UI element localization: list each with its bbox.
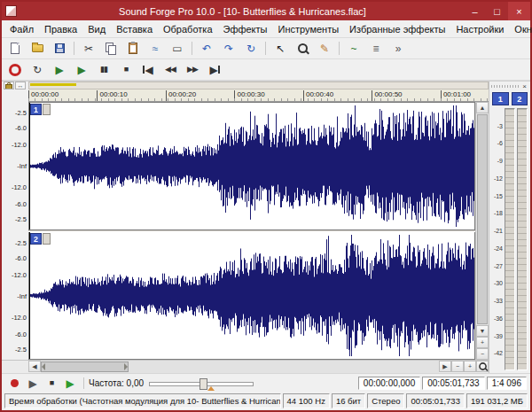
zoom-out-time-button[interactable]: − [451, 361, 464, 372]
repeat-button[interactable]: ↻ [240, 39, 262, 58]
mix-button[interactable]: ≈ [145, 39, 166, 58]
db-label: -12.0 [12, 314, 27, 322]
maximize-button[interactable]: □ [486, 2, 508, 20]
envelope-tool-button[interactable]: ~ [343, 39, 364, 58]
stop-button[interactable]: ■ [43, 376, 60, 391]
rewind-button[interactable]: ◀◀ [160, 60, 181, 80]
go-to-end-button[interactable]: ▶ [204, 60, 225, 80]
scroll-down-button[interactable]: ▼ [476, 325, 489, 337]
waveform-canvas-1[interactable] [29, 103, 474, 229]
time-ruler[interactable]: 00:00:0000:00:1000:00:2000:00:3000:00:40… [28, 89, 489, 102]
menu-item-tools[interactable]: Инструменты [273, 22, 345, 36]
open-button[interactable] [27, 39, 48, 58]
channel-minimize-button[interactable] [43, 233, 51, 245]
save-button[interactable] [49, 39, 70, 58]
record-button[interactable] [4, 60, 26, 80]
playback-cursor [29, 103, 30, 229]
menu-item-insert[interactable]: Вставка [111, 22, 158, 36]
level-ruler-1[interactable]: -2.5-6.0-12.0-Inf-12.0-6.0-2.5 [2, 102, 28, 229]
horizontal-scrollbar[interactable]: ◀ ▶ − + [2, 360, 489, 373]
scroll-link-button[interactable]: ↔ [15, 82, 26, 89]
edit-tool-button[interactable]: ↖ [270, 39, 291, 58]
scroll-left-button[interactable]: ◀ [28, 361, 41, 372]
horizontal-scroll-track[interactable] [41, 361, 439, 373]
bit-depth-display[interactable]: 16 бит [332, 393, 365, 408]
trim-icon: ▭ [172, 43, 182, 54]
pencil-tool-button[interactable]: ✎ [314, 39, 335, 58]
menu-item-options[interactable]: Настройки [450, 22, 509, 36]
auto-ripple-button[interactable]: » [387, 39, 409, 58]
play-button[interactable]: ▶ [71, 60, 92, 80]
free-space-display[interactable]: 191 031,2 МБ [466, 393, 528, 408]
channel-number-button[interactable]: 2 [30, 233, 42, 245]
channel-minimize-button[interactable] [43, 104, 51, 115]
menu-item-edit[interactable]: Правка [39, 22, 82, 36]
horizontal-scroll-thumb[interactable] [41, 361, 129, 372]
meter-channel-2-button[interactable]: 2 [512, 92, 528, 105]
zoom-in-time-button[interactable]: + [464, 361, 476, 372]
record-button[interactable] [5, 376, 23, 391]
sample-rate-display[interactable]: 44 100 Hz [283, 393, 330, 408]
meter-close-button[interactable]: × [520, 82, 528, 90]
toolbar-separator [74, 42, 74, 55]
position-display[interactable]: 00:00:00,000 [358, 377, 420, 390]
vertical-scrollbar[interactable]: ▲ ▼ + − [475, 102, 489, 360]
vertical-scroll-track[interactable] [476, 113, 489, 325]
menu-item-window[interactable]: Окно [509, 22, 532, 36]
ruler-tick: 00:00:30 [234, 90, 264, 101]
lock-button[interactable] [4, 82, 14, 89]
vertical-scroll-thumb[interactable] [477, 114, 488, 324]
play-all-button[interactable]: ▶ [49, 60, 70, 80]
play-icon: ▶ [77, 65, 85, 75]
vertical-zoom-out-button[interactable]: − [476, 348, 489, 360]
play-button[interactable]: ▶ [61, 376, 79, 391]
selection-end-display[interactable]: 00:05:01,733 [422, 377, 484, 390]
channel-mode-display[interactable]: Стерео [367, 393, 404, 408]
menu-item-process[interactable]: Обработка [158, 22, 217, 36]
stop-button[interactable]: ■ [115, 60, 137, 80]
meter-channel-1-button[interactable]: 1 [492, 92, 509, 105]
menu-item-fx-favorites[interactable]: Избранные эффекты [344, 22, 450, 36]
scroll-up-button[interactable]: ▲ [476, 102, 489, 113]
go-to-start-button[interactable]: ◀ [137, 60, 159, 80]
meter-bar-left[interactable] [505, 108, 515, 370]
waveform-area-1[interactable]: 1 [28, 102, 475, 229]
loop-playback-button[interactable]: ↻ [27, 60, 48, 80]
meter-bar-right[interactable] [517, 108, 528, 370]
menu-item-file[interactable]: Файл [4, 22, 39, 36]
menu-item-effects[interactable]: Эффекты [218, 22, 273, 36]
cut-button[interactable]: ✂ [78, 39, 99, 58]
zoom-ratio-display[interactable]: 1:4 096 [487, 377, 527, 390]
scrub-slider[interactable] [149, 377, 254, 390]
redo-button[interactable]: ↷ [218, 39, 239, 58]
play-all-button[interactable]: ▶ [24, 376, 42, 391]
waveform-canvas-2[interactable] [29, 232, 474, 359]
length-display[interactable]: 00:05:01,733 [406, 393, 464, 408]
menu-item-view[interactable]: Вид [82, 22, 111, 36]
zoom-edge-left-handle[interactable] [42, 363, 45, 370]
undo-button[interactable]: ↶ [196, 39, 217, 58]
vertical-zoom-in-button[interactable]: + [476, 337, 489, 348]
overview-bar[interactable] [28, 82, 489, 89]
scrub-slider-thumb[interactable] [200, 378, 207, 390]
channel-number-button[interactable]: 1 [30, 104, 42, 115]
zoom-normal-button[interactable] [476, 361, 489, 372]
db-label: -Inf [17, 162, 27, 170]
paste-button[interactable] [122, 39, 144, 58]
copy-button[interactable] [100, 39, 121, 58]
app-icon[interactable] [5, 5, 17, 17]
close-button[interactable]: × [508, 2, 530, 20]
scroll-right-button[interactable]: ▶ [439, 361, 451, 372]
trim-button[interactable]: ▭ [167, 39, 188, 58]
waveform-area-2[interactable]: 2 [28, 232, 475, 360]
zoom-edge-right-handle[interactable] [124, 363, 128, 370]
forward-button[interactable]: ▶▶ [182, 60, 203, 80]
meter-header: × [489, 82, 530, 91]
pause-button[interactable]: ▮▮ [93, 60, 114, 80]
snap-button[interactable]: ≡ [365, 39, 387, 58]
new-button[interactable] [4, 39, 26, 58]
magnify-tool-button[interactable] [292, 39, 313, 58]
meter-grip[interactable] [491, 85, 519, 88]
minimize-button[interactable]: – [464, 2, 486, 20]
level-ruler-2[interactable]: -2.5-6.0-12.0-Inf-12.0-6.0-2.5 [2, 232, 28, 360]
